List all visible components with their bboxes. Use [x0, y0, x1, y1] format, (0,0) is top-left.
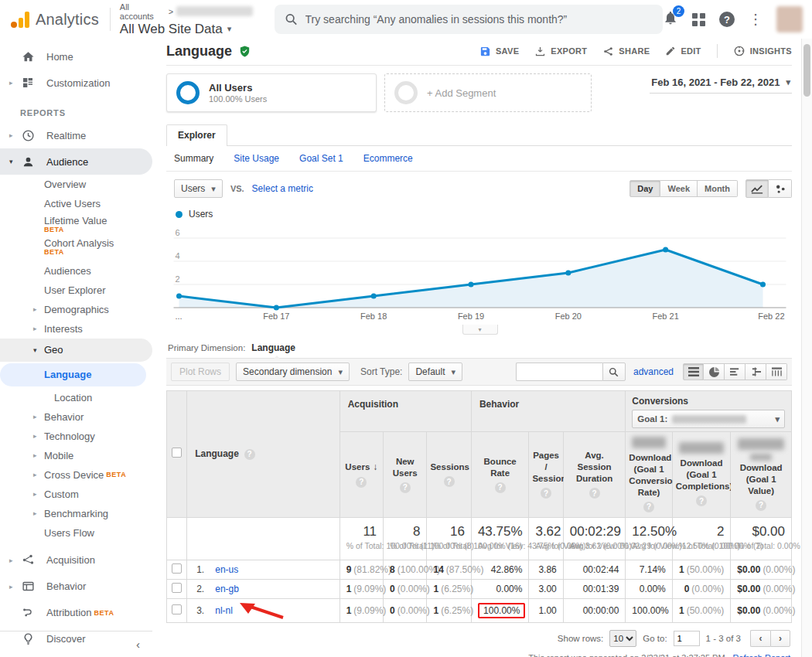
row-range: 1 - 3 of 3	[706, 634, 741, 643]
sidebar-collapse[interactable]: ‹	[0, 631, 152, 657]
help-button[interactable]: ?	[719, 12, 735, 27]
chevron-left-icon: ‹	[759, 633, 763, 644]
column-header-goal-conversion-rate[interactable]: Download (Goal 1 Conversion Rate) ?	[626, 432, 672, 518]
sidebar-item-technology[interactable]: ▸Technology	[0, 427, 152, 446]
refresh-report-link[interactable]: Refresh Report	[732, 653, 790, 657]
sidebar-item-location[interactable]: Location	[0, 388, 152, 407]
granularity-day[interactable]: Day	[629, 180, 660, 197]
pagination-bar: Show rows: 10 Go to: 1 - 3 of 3 ‹ ›	[166, 623, 792, 650]
language-link[interactable]: nl-nl	[215, 605, 233, 616]
sidebar-item-realtime[interactable]: ▸ Realtime	[0, 122, 152, 148]
language-link[interactable]: en-gb	[215, 584, 239, 594]
save-icon	[479, 46, 491, 57]
save-button[interactable]: SAVE	[479, 46, 519, 57]
column-header-session-duration[interactable]: Avg. Session Duration ?	[563, 432, 626, 518]
secondary-dimension-dropdown[interactable]: Secondary dimension ▾	[236, 363, 350, 381]
analytics-logo-icon[interactable]	[11, 12, 29, 28]
column-header-language[interactable]: Language ?	[187, 391, 339, 518]
sidebar-item-cohort-analysis[interactable]: Cohort AnalysisBETA	[0, 236, 152, 258]
row-checkbox[interactable]	[172, 604, 182, 614]
subtab-goal-set-1[interactable]: Goal Set 1	[299, 153, 343, 164]
sidebar-item-user-explorer[interactable]: User Explorer	[0, 281, 152, 300]
sidebar-item-behavior[interactable]: ▸Behavior	[0, 407, 152, 427]
sidebar-item-acquisition[interactable]: ▸ Acquisition	[0, 547, 152, 574]
sidebar-item-interests[interactable]: ▸Interests	[0, 319, 152, 339]
sidebar-item-home[interactable]: Home	[0, 43, 152, 70]
sidebar-item-overview[interactable]: Overview	[0, 175, 152, 194]
column-header-pages-session[interactable]: Pages / Session ?	[529, 432, 563, 518]
share-button[interactable]: SHARE	[602, 46, 650, 57]
motion-chart-button[interactable]	[769, 179, 792, 198]
export-button[interactable]: EXPORT	[534, 46, 587, 57]
svg-text:...: ...	[176, 311, 183, 321]
subtab-summary[interactable]: Summary	[174, 153, 213, 164]
column-header-users[interactable]: Users↓ ?	[339, 432, 383, 518]
sidebar-item-custom[interactable]: ▸Custom	[0, 485, 152, 504]
column-header-bounce-rate[interactable]: Bounce Rate ?	[471, 432, 529, 518]
line-chart-button[interactable]	[745, 179, 769, 198]
account-switcher[interactable]: All accounts > All Web Site Data ▾	[120, 2, 254, 37]
granularity-month[interactable]: Month	[698, 180, 738, 197]
sidebar-item-cross-device[interactable]: ▸Cross DeviceBETA	[0, 465, 152, 485]
column-header-new-users[interactable]: New Users ?	[384, 432, 427, 518]
window-scrollbar[interactable]	[801, 39, 812, 657]
table-search-input[interactable]	[516, 363, 602, 381]
sort-type-dropdown[interactable]: Default ▾	[408, 363, 462, 381]
previous-page-button[interactable]: ‹	[750, 630, 770, 647]
subtab-ecommerce[interactable]: Ecommerce	[363, 153, 413, 164]
plot-rows-button[interactable]: Plot Rows	[171, 363, 230, 381]
goal-selector-dropdown[interactable]: Goal 1: ▾	[632, 410, 785, 428]
sidebar-item-active-users[interactable]: Active Users	[0, 194, 152, 213]
primary-dimension-language[interactable]: Language	[251, 342, 295, 353]
edit-button[interactable]: EDIT	[665, 46, 701, 56]
collapse-chevron-icon: ‹	[136, 638, 140, 651]
sidebar-item-users-flow[interactable]: Users Flow	[0, 523, 152, 543]
apps-grid-button[interactable]	[692, 13, 705, 26]
row-checkbox[interactable]	[172, 583, 182, 593]
add-segment-button[interactable]: + Add Segment	[384, 73, 592, 112]
sidebar-item-demographics[interactable]: ▸Demographics	[0, 300, 152, 319]
date-range-picker[interactable]: Feb 16, 2021 - Feb 22, 2021 ▾	[650, 73, 792, 94]
table-search-button[interactable]	[602, 363, 626, 381]
column-header-sessions[interactable]: Sessions ?	[427, 432, 471, 518]
chart-collapse-tab[interactable]: ▾	[462, 325, 498, 335]
sidebar-item-benchmarking[interactable]: ▸Benchmarking	[0, 504, 152, 523]
series-color-dot	[176, 211, 183, 218]
insights-button[interactable]: INSIGHTS	[733, 45, 792, 57]
percentage-view-button[interactable]	[704, 363, 725, 380]
avatar[interactable]	[776, 6, 803, 32]
sidebar-item-mobile[interactable]: ▸Mobile	[0, 446, 152, 465]
sidebar-item-audience[interactable]: ▾ Audience	[0, 148, 152, 175]
sidebar-item-customization[interactable]: ▸ Customization	[0, 70, 152, 96]
sidebar-item-lifetime-value[interactable]: Lifetime ValueBETA	[0, 213, 152, 236]
overflow-menu-button[interactable]: ⋮	[749, 12, 763, 26]
subtab-site-usage[interactable]: Site Usage	[234, 153, 279, 164]
sidebar-item-attribution[interactable]: Attribution BETA	[0, 600, 152, 626]
column-header-goal-completions[interactable]: Download (Goal 1 Completions) ?	[672, 432, 731, 518]
granularity-week[interactable]: Week	[660, 180, 698, 197]
notifications-button[interactable]: 2	[663, 10, 678, 29]
pivot-view-button[interactable]	[766, 363, 787, 380]
metric-select-dropdown[interactable]: Users ▾	[174, 179, 223, 198]
language-link[interactable]: en-us	[215, 564, 238, 575]
tab-explorer[interactable]: Explorer	[166, 124, 227, 146]
next-page-button[interactable]: ›	[770, 630, 790, 647]
row-checkbox[interactable]	[172, 563, 182, 574]
scrollbar-thumb[interactable]	[803, 44, 810, 97]
search-input[interactable]	[305, 13, 652, 26]
sidebar-item-geo[interactable]: ▾Geo	[0, 339, 152, 362]
column-header-goal-value[interactable]: Download (Goal 1 Value) ?	[731, 432, 792, 518]
select-all-checkbox[interactable]	[172, 448, 182, 458]
advanced-search-link[interactable]: advanced	[633, 366, 674, 377]
table-view-button[interactable]	[683, 363, 704, 380]
sidebar-item-language[interactable]: Language	[0, 363, 146, 386]
sidebar-item-behavior-section[interactable]: ▸ Behavior	[0, 574, 152, 600]
users-chart[interactable]: 246...Feb 17Feb 18Feb 19Feb 20Feb 21Feb …	[168, 223, 792, 322]
show-rows-select[interactable]: 10	[609, 630, 636, 647]
performance-view-button[interactable]	[725, 363, 745, 380]
sidebar-item-audiences[interactable]: Audiences	[0, 261, 152, 281]
segment-all-users[interactable]: All Users 100.00% Users	[166, 73, 377, 112]
comparison-view-button[interactable]	[745, 363, 766, 380]
goto-page-input[interactable]	[674, 631, 700, 646]
select-metric-link[interactable]: Select a metric	[252, 183, 313, 194]
